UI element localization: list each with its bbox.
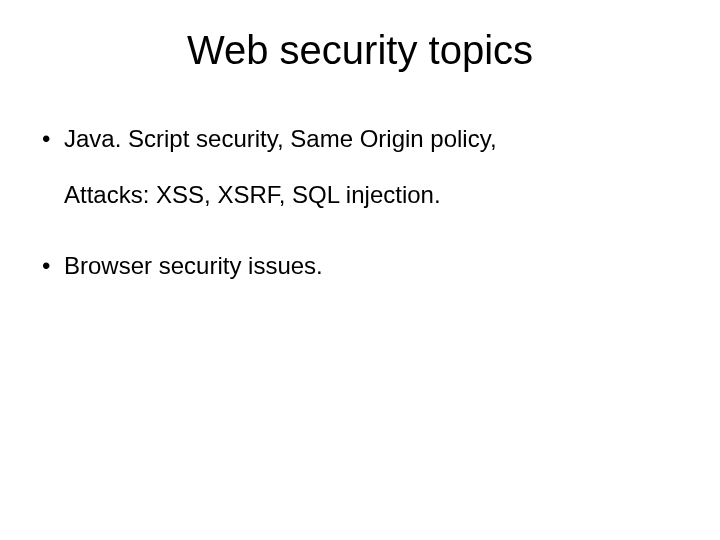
bullet-dot-icon: • [40,250,64,282]
bullet-dot-icon: • [40,123,64,212]
bullet-item: • Java. Script security, Same Origin pol… [40,123,680,212]
bullet-text: Browser security issues. [64,250,680,282]
slide: Web security topics • Java. Script secur… [0,0,720,540]
bullet-line: Java. Script security, Same Origin polic… [64,125,497,152]
slide-body: • Java. Script security, Same Origin pol… [0,73,720,282]
bullet-text: Java. Script security, Same Origin polic… [64,123,680,212]
bullet-line: Browser security issues. [64,252,323,279]
slide-title: Web security topics [0,0,720,73]
bullet-line: Attacks: XSS, XSRF, SQL injection. [64,179,680,211]
bullet-item: • Browser security issues. [40,250,680,282]
